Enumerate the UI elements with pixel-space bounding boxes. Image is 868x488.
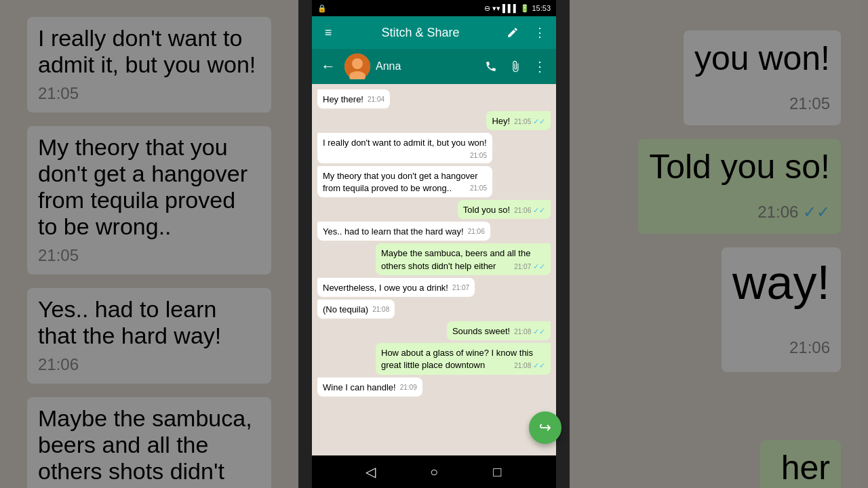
battery-icon: 🔋	[520, 4, 530, 13]
bg-text-bottom-right: way! 21:06	[722, 247, 841, 372]
message-text: Hey there!	[323, 94, 363, 104]
more-button[interactable]: ⋮	[529, 22, 551, 43]
message-time: 21:08	[372, 305, 389, 314]
table-row: Yes.. had to learn that the hard way! 21…	[317, 222, 551, 241]
list-item: Yes.. had to learn that the hard way! 21…	[317, 222, 490, 241]
list-item: How about a glass of wine? I know this g…	[376, 343, 551, 374]
lock-icon: 🔒	[317, 4, 327, 13]
signal-icon: ▌▌▌	[502, 4, 518, 12]
status-bar-right: ⊖ ▾▾ ▌▌▌ 🔋 15:53	[484, 4, 551, 13]
chat-more-button[interactable]: ⋮	[529, 56, 551, 77]
bg-text-top-left: I really don't want to admit it, but you…	[27, 17, 271, 113]
list-item: Told you so! 21:06 ✓✓	[458, 200, 551, 219]
recent-nav-button[interactable]: □	[484, 458, 511, 485]
app-bar: ≡ Stitch & Share ⋮	[312, 16, 556, 49]
list-item: Hey there! 21:04	[317, 89, 390, 108]
wifi-icon: ▾▾	[492, 4, 500, 13]
message-text: Nevertheless, I owe you a drink!	[323, 283, 448, 293]
table-row: I really don't want to admit it, but you…	[317, 133, 551, 163]
table-row: My theory that you don't get a hangover …	[317, 166, 551, 197]
app-title: Stitch & Share	[344, 26, 496, 40]
message-text: Hey!	[492, 116, 510, 126]
table-row: How about a glass of wine? I know this g…	[317, 343, 551, 374]
message-time: 21:08 ✓✓	[514, 327, 545, 337]
message-time: 21:05 ✓✓	[514, 117, 545, 127]
edit-button[interactable]	[502, 22, 524, 43]
table-row: Nevertheless, I owe you a drink! 21:07	[317, 278, 551, 297]
message-time: 21:08 ✓✓	[514, 361, 545, 371]
bg-text-bottom-right-2: her 21:07 ✓	[747, 433, 854, 488]
table-row: Hey there! 21:04	[317, 89, 551, 108]
phone-frame: 🔒 ⊖ ▾▾ ▌▌▌ 🔋 15:53 ≡ Stitch & Share ⋮ ← …	[312, 0, 556, 488]
message-time: 21:05	[470, 184, 487, 193]
table-row: Sounds sweet! 21:08 ✓✓	[317, 321, 551, 340]
message-time: 21:07	[452, 283, 469, 293]
chat-body: Hey there! 21:04 Hey! 21:05 ✓✓ I really …	[312, 84, 556, 455]
bg-text-mid-left: My theory that you don't get a hangover …	[27, 126, 271, 274]
list-item: Wine I can handle! 21:09	[317, 378, 422, 396]
message-time: 21:04	[368, 95, 384, 104]
status-bar: 🔒 ⊖ ▾▾ ▌▌▌ 🔋 15:53	[312, 0, 556, 16]
list-item: Sounds sweet! 21:08 ✓✓	[447, 321, 551, 340]
chat-header: ← Anna ⋮	[312, 49, 556, 84]
menu-button[interactable]: ≡	[317, 22, 339, 43]
message-text: Maybe the sambuca, beers and all the oth…	[381, 248, 530, 270]
message-text: Yes.. had to learn that the hard way!	[323, 226, 464, 237]
table-row: Hey! 21:05 ✓✓	[317, 111, 551, 130]
minus-icon: ⊖	[484, 4, 490, 13]
home-nav-button[interactable]: ○	[420, 458, 448, 485]
fab-icon: ↩	[539, 419, 551, 436]
chat-header-icons: ⋮	[480, 56, 551, 77]
list-item: Nevertheless, I owe you a drink! 21:07	[317, 278, 475, 297]
list-item: Hey! 21:05 ✓✓	[486, 111, 551, 130]
message-text: Wine I can handle!	[323, 382, 396, 392]
message-time: 21:06	[468, 227, 485, 237]
back-button[interactable]: ←	[317, 56, 339, 77]
bg-text-bottom-left-2: Maybe the sambuca, beers and all the oth…	[27, 397, 271, 488]
svg-point-1	[352, 58, 363, 69]
table-row: Told you so! 21:06 ✓✓	[317, 200, 551, 219]
message-time: 21:05	[470, 151, 487, 161]
message-text: My theory that you don't get a hangover …	[323, 171, 478, 193]
table-row: Maybe the sambuca, beers and all the oth…	[317, 243, 551, 274]
message-text: Sounds sweet!	[452, 326, 510, 336]
attach-button[interactable]	[505, 56, 526, 77]
message-text: Told you so!	[463, 205, 510, 215]
table-row: Wine I can handle! 21:09	[317, 378, 551, 396]
bg-text-bottom-left: Yes.. had to learn that the hard way! 21…	[27, 288, 271, 384]
status-time: 15:53	[532, 4, 551, 12]
message-text: How about a glass of wine? I know this g…	[381, 348, 533, 370]
message-text: I really don't want to admit it, but you…	[323, 138, 487, 148]
call-button[interactable]	[480, 56, 502, 77]
chat-name: Anna	[376, 60, 475, 73]
message-time: 21:07 ✓✓	[514, 262, 545, 272]
nav-bar: ◁ ○ □	[312, 455, 556, 488]
status-bar-left: 🔒	[317, 4, 327, 13]
message-text: (No tequila)	[323, 304, 368, 314]
list-item: I really don't want to admit it, but you…	[317, 133, 492, 163]
table-row: (No tequila) 21:08	[317, 300, 551, 319]
bg-text-top-right: you won! 21:05	[684, 30, 841, 125]
avatar	[344, 54, 370, 79]
back-nav-button[interactable]: ◁	[357, 458, 384, 485]
fab-button[interactable]: ↩	[529, 411, 561, 444]
list-item: Maybe the sambuca, beers and all the oth…	[376, 243, 551, 274]
message-time: 21:09	[400, 383, 417, 392]
message-time: 21:06 ✓✓	[514, 205, 545, 216]
list-item: (No tequila) 21:08	[317, 300, 395, 319]
list-item: My theory that you don't get a hangover …	[317, 166, 492, 197]
bg-text-mid-right: Told you so! 21:06 ✓✓	[638, 139, 841, 234]
